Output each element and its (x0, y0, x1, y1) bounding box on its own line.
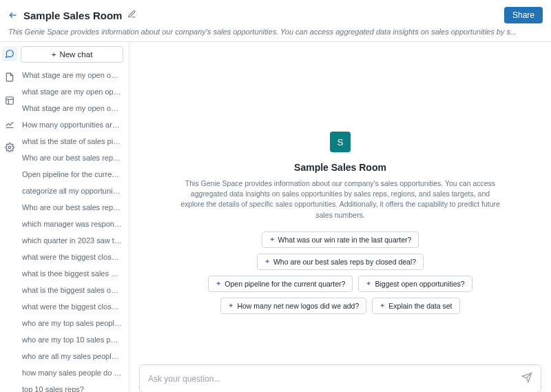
svg-point-5 (8, 146, 11, 149)
chat-history-item[interactable]: Open pipeline for the current qu... (19, 166, 125, 183)
suggestion-label: How many net new logos did we add? (237, 302, 359, 310)
suggestion-button[interactable]: ✦Open pipeline for the current quarter? (208, 276, 353, 292)
suggestion-button[interactable]: ✦What was our win rate in the last quart… (262, 231, 419, 248)
suggestion-row: ✦What was our win rate in the last quart… (262, 231, 419, 248)
edit-icon[interactable] (127, 10, 136, 21)
chat-history-list: What stage are my open opport...what sta… (19, 67, 125, 392)
new-chat-button[interactable]: + New chat (21, 46, 123, 63)
input-bar (139, 364, 541, 392)
suggestion-label: Explain the data set (388, 302, 452, 310)
share-button[interactable]: Share (504, 7, 543, 23)
room-description: This Genie Space provides information ab… (178, 178, 502, 220)
suggestion-label: Biggest open opportunities? (375, 280, 464, 288)
sparkle-icon: ✦ (366, 280, 371, 287)
sparkle-icon: ✦ (216, 280, 221, 287)
chat-history-item[interactable]: categorize all my opportunities ... (19, 183, 125, 199)
rail-document-icon[interactable] (2, 70, 17, 85)
page-subheader: This Genie Space provides information ab… (0, 28, 551, 42)
sparkle-icon: ✦ (264, 258, 270, 265)
icon-rail (0, 42, 19, 392)
send-icon[interactable] (521, 372, 532, 385)
new-chat-label: New chat (59, 50, 92, 59)
rail-chat-icon[interactable] (2, 46, 17, 61)
suggestion-row: ✦Who are our best sales reps by closed d… (257, 254, 424, 270)
chat-history-item[interactable]: what were the biggest closed de... (19, 249, 125, 265)
chat-history-item[interactable]: what is the state of sales pipeline? (19, 133, 125, 149)
suggestion-row: ✦Open pipeline for the current quarter?✦… (208, 276, 472, 292)
plus-icon: + (52, 50, 56, 59)
chat-history-item[interactable]: who are my top 10 sales people ... (19, 331, 125, 348)
page-title: Sample Sales Room (23, 10, 122, 21)
sparkle-icon: ✦ (269, 236, 275, 243)
chat-history-item[interactable]: What stage are my open opport... (19, 100, 125, 116)
chat-history-item[interactable]: what is the biggest sales opport... (19, 282, 125, 298)
question-input[interactable] (148, 374, 521, 384)
chat-history-item[interactable]: Who are our best sales reps by ... (19, 149, 125, 166)
room-title: Sample Sales Room (294, 162, 386, 173)
chat-history-item[interactable]: top 10 sales reps? (19, 381, 125, 392)
rail-chart-icon[interactable] (2, 116, 17, 132)
page-header: Sample Sales Room Share (0, 0, 551, 28)
suggestion-label: Who are our best sales reps by closed de… (273, 258, 416, 266)
input-area (129, 364, 551, 392)
suggestion-button[interactable]: ✦Who are our best sales reps by closed d… (257, 254, 424, 270)
chat-history-item[interactable]: who are my top sales people all ... (19, 315, 125, 331)
chat-history-item[interactable]: what is thee biggest sales oppor... (19, 265, 125, 282)
suggestion-button[interactable]: ✦Explain the data set (372, 298, 459, 314)
rail-settings-icon[interactable] (2, 140, 17, 155)
chat-sidebar: + New chat What stage are my open opport… (19, 42, 129, 392)
welcome-area: S Sample Sales Room This Genie Space pro… (129, 42, 551, 364)
suggestion-container: ✦What was our win rate in the last quart… (208, 231, 472, 314)
chat-history-item[interactable]: Who are our best sales reps by ... (19, 199, 125, 216)
suggestion-label: What was our win rate in the last quarte… (278, 236, 412, 244)
chat-history-item[interactable]: How many opportunities are in e... (19, 116, 125, 133)
sparkle-icon: ✦ (228, 302, 233, 309)
chat-history-item[interactable]: What stage are my open opport... (19, 67, 125, 83)
chat-history-item[interactable]: what were the biggest closed de... (19, 298, 125, 315)
suggestion-button[interactable]: ✦How many net new logos did we add? (220, 298, 366, 314)
sparkle-icon: ✦ (380, 302, 385, 309)
room-avatar: S (330, 132, 351, 152)
suggestion-label: Open pipeline for the current quarter? (225, 280, 345, 288)
suggestion-row: ✦How many net new logos did we add?✦Expl… (220, 298, 459, 314)
chat-history-item[interactable]: how many sales people do I have? (19, 364, 125, 381)
svg-rect-1 (6, 97, 14, 105)
chat-history-item[interactable]: who are all my sales people man... (19, 348, 125, 364)
main-panel: S Sample Sales Room This Genie Space pro… (129, 42, 551, 392)
rail-data-icon[interactable] (2, 93, 17, 108)
back-arrow-icon[interactable] (8, 10, 18, 20)
chat-history-item[interactable]: which manager was responsible ... (19, 216, 125, 232)
chat-history-item[interactable]: what stage are my open opportu... (19, 83, 125, 100)
chat-history-item[interactable]: which quarter in 2023 saw the ... (19, 232, 125, 249)
suggestion-button[interactable]: ✦Biggest open opportunities? (358, 276, 472, 292)
